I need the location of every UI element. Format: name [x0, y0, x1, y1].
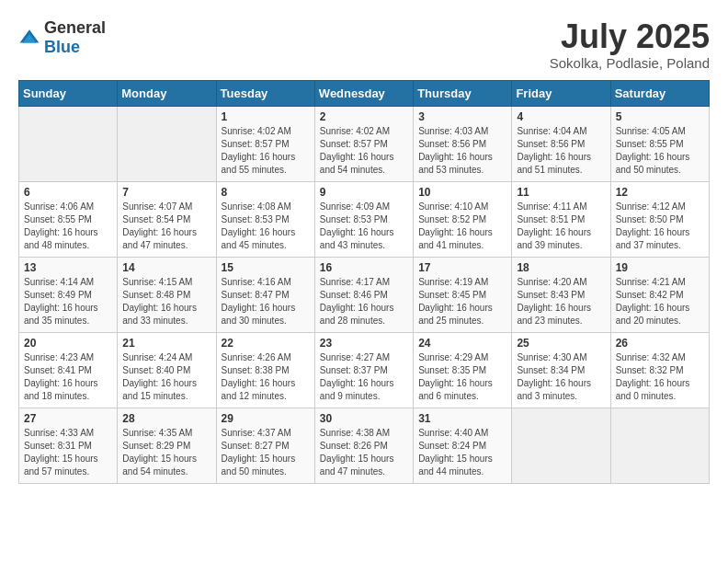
day-number: 25 [517, 337, 605, 350]
day-cell: 2Sunrise: 4:02 AMSunset: 8:57 PMDaylight… [314, 106, 413, 181]
week-row-2: 6Sunrise: 4:06 AMSunset: 8:55 PMDaylight… [19, 181, 710, 257]
day-cell: 24Sunrise: 4:29 AMSunset: 8:35 PMDayligh… [414, 332, 512, 408]
day-detail: Sunrise: 4:04 AMSunset: 8:56 PMDaylight:… [517, 125, 605, 177]
day-number: 19 [616, 261, 704, 274]
day-number: 3 [418, 110, 506, 123]
day-detail: Sunrise: 4:26 AMSunset: 8:38 PMDaylight:… [222, 351, 310, 403]
logo-text: General Blue [44, 18, 106, 57]
day-number: 28 [122, 412, 210, 425]
day-detail: Sunrise: 4:38 AMSunset: 8:26 PMDaylight:… [320, 427, 408, 478]
logo: General Blue [18, 18, 106, 57]
day-number: 29 [222, 412, 310, 425]
day-detail: Sunrise: 4:30 AMSunset: 8:34 PMDaylight:… [517, 351, 605, 403]
day-number: 30 [320, 412, 408, 425]
day-detail: Sunrise: 4:20 AMSunset: 8:43 PMDaylight:… [517, 276, 605, 327]
day-detail: Sunrise: 4:37 AMSunset: 8:27 PMDaylight:… [222, 427, 310, 478]
day-detail: Sunrise: 4:24 AMSunset: 8:40 PMDaylight:… [122, 351, 210, 403]
day-detail: Sunrise: 4:08 AMSunset: 8:53 PMDaylight:… [222, 201, 310, 252]
day-cell: 27Sunrise: 4:33 AMSunset: 8:31 PMDayligh… [19, 408, 118, 483]
day-detail: Sunrise: 4:06 AMSunset: 8:55 PMDaylight:… [24, 201, 112, 252]
day-detail: Sunrise: 4:27 AMSunset: 8:37 PMDaylight:… [320, 351, 408, 403]
day-detail: Sunrise: 4:19 AMSunset: 8:45 PMDaylight:… [418, 276, 506, 327]
day-cell: 5Sunrise: 4:05 AMSunset: 8:55 PMDaylight… [610, 106, 709, 181]
day-cell: 31Sunrise: 4:40 AMSunset: 8:24 PMDayligh… [414, 408, 512, 483]
day-cell: 20Sunrise: 4:23 AMSunset: 8:41 PMDayligh… [19, 332, 118, 408]
location-title: Sokolka, Podlasie, Poland [550, 55, 710, 71]
day-number: 13 [24, 261, 112, 274]
day-detail: Sunrise: 4:14 AMSunset: 8:49 PMDaylight:… [24, 276, 112, 327]
day-detail: Sunrise: 4:02 AMSunset: 8:57 PMDaylight:… [320, 125, 408, 177]
day-number: 6 [24, 186, 112, 199]
day-cell: 8Sunrise: 4:08 AMSunset: 8:53 PMDaylight… [216, 181, 314, 257]
day-detail: Sunrise: 4:32 AMSunset: 8:32 PMDaylight:… [616, 351, 704, 403]
week-row-3: 13Sunrise: 4:14 AMSunset: 8:49 PMDayligh… [19, 257, 710, 332]
day-detail: Sunrise: 4:16 AMSunset: 8:47 PMDaylight:… [222, 276, 310, 327]
day-cell: 18Sunrise: 4:20 AMSunset: 8:43 PMDayligh… [512, 257, 610, 332]
day-cell: 28Sunrise: 4:35 AMSunset: 8:29 PMDayligh… [118, 408, 216, 483]
day-cell: 23Sunrise: 4:27 AMSunset: 8:37 PMDayligh… [314, 332, 413, 408]
day-detail: Sunrise: 4:35 AMSunset: 8:29 PMDaylight:… [122, 427, 210, 478]
day-number: 23 [320, 337, 408, 350]
day-cell: 4Sunrise: 4:04 AMSunset: 8:56 PMDaylight… [512, 106, 610, 181]
day-detail: Sunrise: 4:23 AMSunset: 8:41 PMDaylight:… [24, 351, 112, 403]
day-number: 27 [24, 412, 112, 425]
page-header: General Blue July 2025 Sokolka, Podlasie… [18, 18, 710, 71]
day-cell: 3Sunrise: 4:03 AMSunset: 8:56 PMDaylight… [414, 106, 512, 181]
day-number: 2 [320, 110, 408, 123]
day-detail: Sunrise: 4:29 AMSunset: 8:35 PMDaylight:… [418, 351, 506, 403]
day-number: 31 [418, 412, 506, 425]
day-number: 24 [418, 337, 506, 350]
day-number: 5 [616, 110, 704, 123]
day-cell: 29Sunrise: 4:37 AMSunset: 8:27 PMDayligh… [216, 408, 314, 483]
col-header-saturday: Saturday [610, 80, 709, 106]
week-row-4: 20Sunrise: 4:23 AMSunset: 8:41 PMDayligh… [19, 332, 710, 408]
day-detail: Sunrise: 4:33 AMSunset: 8:31 PMDaylight:… [24, 427, 112, 478]
day-number: 14 [122, 261, 210, 274]
day-number: 16 [320, 261, 408, 274]
day-cell [19, 106, 118, 181]
day-number: 10 [418, 186, 506, 199]
day-detail: Sunrise: 4:40 AMSunset: 8:24 PMDaylight:… [418, 427, 506, 478]
day-detail: Sunrise: 4:02 AMSunset: 8:57 PMDaylight:… [222, 125, 310, 177]
day-cell: 15Sunrise: 4:16 AMSunset: 8:47 PMDayligh… [216, 257, 314, 332]
day-cell [610, 408, 709, 483]
day-cell [512, 408, 610, 483]
day-cell: 7Sunrise: 4:07 AMSunset: 8:54 PMDaylight… [118, 181, 216, 257]
day-detail: Sunrise: 4:05 AMSunset: 8:55 PMDaylight:… [616, 125, 704, 177]
day-detail: Sunrise: 4:09 AMSunset: 8:53 PMDaylight:… [320, 201, 408, 252]
day-cell: 17Sunrise: 4:19 AMSunset: 8:45 PMDayligh… [414, 257, 512, 332]
day-cell: 13Sunrise: 4:14 AMSunset: 8:49 PMDayligh… [19, 257, 118, 332]
day-number: 20 [24, 337, 112, 350]
day-number: 1 [222, 110, 310, 123]
col-header-friday: Friday [512, 80, 610, 106]
day-cell: 16Sunrise: 4:17 AMSunset: 8:46 PMDayligh… [314, 257, 413, 332]
col-header-wednesday: Wednesday [314, 80, 413, 106]
day-detail: Sunrise: 4:11 AMSunset: 8:51 PMDaylight:… [517, 201, 605, 252]
logo-icon [18, 27, 40, 49]
day-number: 11 [517, 186, 605, 199]
day-cell: 1Sunrise: 4:02 AMSunset: 8:57 PMDaylight… [216, 106, 314, 181]
day-number: 21 [122, 337, 210, 350]
week-row-5: 27Sunrise: 4:33 AMSunset: 8:31 PMDayligh… [19, 408, 710, 483]
day-detail: Sunrise: 4:21 AMSunset: 8:42 PMDaylight:… [616, 276, 704, 327]
day-number: 12 [616, 186, 704, 199]
day-detail: Sunrise: 4:15 AMSunset: 8:48 PMDaylight:… [122, 276, 210, 327]
day-cell: 9Sunrise: 4:09 AMSunset: 8:53 PMDaylight… [314, 181, 413, 257]
calendar-header-row: SundayMondayTuesdayWednesdayThursdayFrid… [19, 80, 710, 106]
day-cell: 25Sunrise: 4:30 AMSunset: 8:34 PMDayligh… [512, 332, 610, 408]
month-title: July 2025 [550, 18, 710, 55]
day-number: 15 [222, 261, 310, 274]
day-cell: 19Sunrise: 4:21 AMSunset: 8:42 PMDayligh… [610, 257, 709, 332]
day-cell: 10Sunrise: 4:10 AMSunset: 8:52 PMDayligh… [414, 181, 512, 257]
logo-blue: Blue [44, 38, 80, 56]
day-cell: 22Sunrise: 4:26 AMSunset: 8:38 PMDayligh… [216, 332, 314, 408]
day-cell: 30Sunrise: 4:38 AMSunset: 8:26 PMDayligh… [314, 408, 413, 483]
title-block: July 2025 Sokolka, Podlasie, Poland [550, 18, 710, 71]
day-cell [118, 106, 216, 181]
day-detail: Sunrise: 4:10 AMSunset: 8:52 PMDaylight:… [418, 201, 506, 252]
day-number: 8 [222, 186, 310, 199]
day-cell: 14Sunrise: 4:15 AMSunset: 8:48 PMDayligh… [118, 257, 216, 332]
day-number: 18 [517, 261, 605, 274]
week-row-1: 1Sunrise: 4:02 AMSunset: 8:57 PMDaylight… [19, 106, 710, 181]
day-number: 9 [320, 186, 408, 199]
